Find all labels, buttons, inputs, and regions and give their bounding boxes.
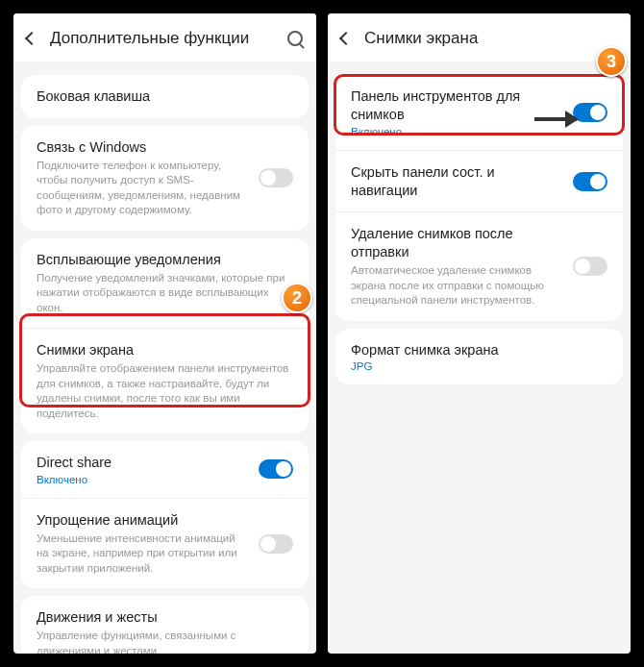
item-screenshot-format[interactable]: Формат снимка экрана JPG — [335, 329, 623, 385]
item-screenshots[interactable]: Снимки экрана Управляйте отображением па… — [21, 328, 309, 433]
item-desc: Управление функциями, связанными с движе… — [37, 629, 293, 654]
back-icon[interactable] — [339, 32, 353, 45]
header: Дополнительные функции — [13, 13, 316, 62]
left-screen: Дополнительные функции Боковая клавиша С… — [13, 13, 316, 654]
header: Снимки экрана — [328, 13, 631, 62]
item-desc: Получение уведомлений значками, которые … — [37, 271, 293, 316]
back-icon[interactable] — [25, 32, 38, 45]
item-side-key[interactable]: Боковая клавиша — [21, 75, 309, 118]
item-title: Удаление снимков после отправки — [351, 225, 561, 261]
item-windows-link[interactable]: Связь с Windows Подключите телефон к ком… — [21, 126, 309, 231]
item-title: Снимки экрана — [37, 341, 293, 359]
item-desc: Уменьшение интенсивности анимаций на экр… — [37, 531, 247, 577]
settings-list: Боковая клавиша Связь с Windows Подключи… — [13, 62, 316, 654]
item-title: Упрощение анимаций — [37, 511, 247, 530]
toggle-switch[interactable] — [259, 459, 293, 479]
right-screen: Снимки экрана Панель инструментов для сн… — [328, 13, 631, 654]
item-desc: Управляйте отображением панели инструмен… — [37, 361, 293, 421]
item-reduce-animations[interactable]: Упрощение анимаций Уменьшение интенсивно… — [21, 498, 309, 588]
item-title: Движения и жесты — [37, 608, 293, 627]
item-desc: Автоматическое удаление снимков экрана п… — [351, 263, 561, 309]
item-title: Direct share — [37, 454, 247, 472]
item-direct-share[interactable]: Direct share Включено — [21, 441, 309, 498]
step-badge-2: 2 — [282, 283, 312, 313]
item-title: Панель инструментов для снимков — [351, 87, 561, 124]
toggle-switch[interactable] — [573, 257, 607, 276]
item-desc: Подключите телефон к компьютеру, чтобы п… — [37, 159, 247, 218]
item-status: JPG — [351, 360, 607, 372]
step-badge-3: 3 — [596, 46, 627, 77]
item-status: Включено — [37, 474, 247, 485]
item-screenshot-toolbar[interactable]: Панель инструментов для снимков Включено — [335, 75, 623, 150]
item-title: Формат снимка экрана — [351, 341, 607, 359]
page-title: Дополнительные функции — [50, 29, 274, 48]
item-hide-bars[interactable]: Скрыть панели сост. и навигации — [335, 150, 623, 212]
toggle-switch[interactable] — [259, 168, 293, 187]
item-title: Скрыть панели сост. и навигации — [351, 163, 561, 200]
item-popup-notifications[interactable]: Всплывающие уведомления Получение уведом… — [21, 238, 309, 328]
item-title: Связь с Windows — [37, 138, 247, 157]
toggle-switch[interactable] — [573, 172, 607, 191]
toggle-switch[interactable] — [259, 534, 293, 554]
item-gestures[interactable]: Движения и жесты Управление функциями, с… — [21, 596, 309, 654]
page-title: Снимки экрана — [364, 29, 617, 48]
item-status: Включено — [351, 126, 561, 137]
item-delete-after-send[interactable]: Удаление снимков после отправки Автомати… — [335, 211, 623, 320]
search-icon[interactable] — [287, 31, 303, 46]
item-title: Боковая клавиша — [37, 87, 293, 106]
arrow-icon — [534, 117, 577, 121]
item-title: Всплывающие уведомления — [37, 251, 293, 269]
settings-list: Панель инструментов для снимков Включено… — [328, 62, 631, 654]
